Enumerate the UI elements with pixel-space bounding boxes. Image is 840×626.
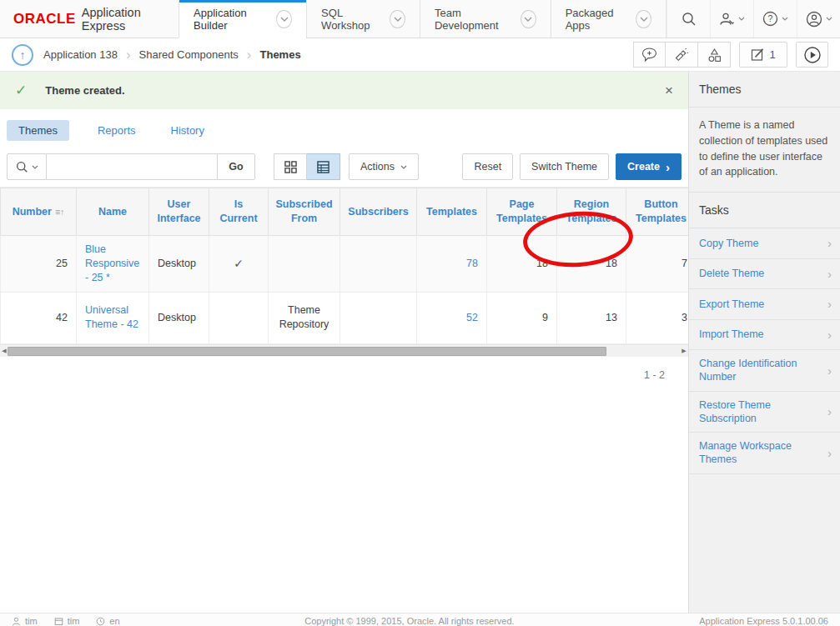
tab-reports[interactable]: Reports xyxy=(91,120,143,141)
toolbar-right-buttons: Reset Switch Theme Create › xyxy=(462,153,682,180)
column-header-page-templates[interactable]: Page Templates xyxy=(487,188,557,236)
edit-pencil-icon xyxy=(751,48,765,62)
search-icon xyxy=(16,161,28,173)
task-delete-theme[interactable]: Delete Theme › xyxy=(689,259,840,290)
help-menu-button[interactable]: ? xyxy=(753,0,797,38)
task-change-identification-number[interactable]: Change Identification Number › xyxy=(689,350,840,392)
templates-count-link[interactable]: 78 xyxy=(466,258,478,269)
chevron-down-icon xyxy=(826,17,832,21)
breadcrumb-separator-icon: › xyxy=(247,47,252,63)
column-header-subscribers[interactable]: Subscribers xyxy=(340,188,417,236)
sidebar-about-title: Themes xyxy=(689,72,840,108)
task-label: Change Identification Number xyxy=(699,357,821,384)
task-label: Import Theme xyxy=(699,328,764,341)
task-copy-theme[interactable]: Copy Theme › xyxy=(689,228,840,259)
nav-tab-application-builder[interactable]: Application Builder xyxy=(179,0,306,38)
help-icon: ? xyxy=(762,11,778,27)
breadcrumb-themes: Themes xyxy=(260,48,301,61)
cell-is-current: ✓ xyxy=(209,236,269,293)
run-application-button[interactable] xyxy=(796,42,828,68)
administration-menu-button[interactable] xyxy=(710,0,753,38)
nav-tab-label: Application Builder xyxy=(194,7,269,32)
task-export-theme[interactable]: Export Theme › xyxy=(689,289,840,320)
footer-workspace: tim xyxy=(54,616,80,626)
theme-name-link[interactable]: Blue Responsive - 25 * xyxy=(85,243,139,283)
region-display-tabs: Themes Reports History xyxy=(0,109,688,148)
task-restore-theme-subscription[interactable]: Restore Theme Subscription › xyxy=(689,392,840,433)
theme-name-link[interactable]: Universal Theme - 42 xyxy=(85,304,138,330)
feedback-button[interactable] xyxy=(633,42,666,68)
chevron-down-icon xyxy=(390,10,405,28)
oracle-logo: ORACLE xyxy=(13,11,76,28)
success-message: Theme created. xyxy=(45,84,124,97)
templates-count-link[interactable]: 52 xyxy=(466,312,478,323)
column-header-button-templates[interactable]: Button Templates xyxy=(626,188,689,236)
global-search-button[interactable] xyxy=(666,0,710,38)
spotlight-button[interactable] xyxy=(666,42,698,68)
breadcrumb-shared-components[interactable]: Shared Components xyxy=(139,48,239,61)
column-header-name[interactable]: Name xyxy=(77,188,149,236)
column-header-subscribed-from[interactable]: Subscribed From xyxy=(269,188,340,236)
sidebar-tasks-title: Tasks xyxy=(689,193,840,228)
app-logo: ORACLE Application Express xyxy=(0,0,179,38)
cell-button-templates: 7 xyxy=(626,236,689,293)
chevron-down-icon xyxy=(400,165,407,169)
chevron-down-icon xyxy=(32,165,38,169)
shared-components-button[interactable] xyxy=(698,42,731,68)
user-icon xyxy=(806,11,822,28)
task-label: Restore Theme Subscription xyxy=(699,398,821,426)
report-toolbar: Go Actions Reset Switch Theme Create › xyxy=(0,148,688,187)
nav-tab-label: SQL Workshop xyxy=(321,7,382,32)
up-level-icon[interactable]: ↑ xyxy=(12,44,33,66)
tab-themes[interactable]: Themes xyxy=(7,120,69,141)
go-button[interactable]: Go xyxy=(218,153,255,180)
table-row: 42 Universal Theme - 42 Desktop Theme Re… xyxy=(1,292,689,343)
nav-tab-sql-workshop[interactable]: SQL Workshop xyxy=(306,0,420,38)
search-column-selector[interactable] xyxy=(7,153,47,180)
task-label: Manage Workspace Themes xyxy=(699,439,821,467)
chevron-right-icon: › xyxy=(827,296,832,313)
footer-copyright: Copyright © 1999, 2015, Oracle. All righ… xyxy=(304,616,514,626)
column-header-templates[interactable]: Templates xyxy=(417,188,487,236)
play-icon xyxy=(803,46,822,64)
cell-number: 25 xyxy=(1,236,77,293)
feedback-bubble-icon xyxy=(641,48,657,62)
reset-button[interactable]: Reset xyxy=(462,153,513,180)
chevron-right-icon: › xyxy=(827,266,832,283)
breadcrumb-separator-icon: › xyxy=(126,47,131,63)
user-menu-button[interactable] xyxy=(797,0,840,38)
nav-tab-label: Team Development xyxy=(435,7,513,32)
close-icon[interactable]: × xyxy=(665,83,673,98)
cell-region-templates: 13 xyxy=(557,292,626,343)
column-header-user-interface[interactable]: User Interface xyxy=(149,188,209,236)
scrollbar-thumb[interactable] xyxy=(8,347,606,356)
cell-button-templates: 3 xyxy=(626,292,689,343)
edit-page-button[interactable]: 1 xyxy=(739,42,787,68)
nav-tab-packaged-apps[interactable]: Packaged Apps xyxy=(551,0,666,38)
create-button[interactable]: Create › xyxy=(616,153,682,180)
shapes-icon xyxy=(707,48,722,63)
breadcrumb-application[interactable]: Application 138 xyxy=(43,48,118,61)
tab-history[interactable]: History xyxy=(164,120,211,141)
column-header-region-templates[interactable]: Region Templates xyxy=(557,188,626,236)
search-input[interactable] xyxy=(47,153,218,180)
actions-menu-button[interactable]: Actions xyxy=(349,153,419,180)
icon-view-toggle[interactable] xyxy=(274,153,307,180)
workspace-box-icon xyxy=(54,617,63,626)
themes-table: Number≡↑ Name User Interface Is Current … xyxy=(0,188,688,344)
report-view-toggle[interactable] xyxy=(307,153,340,180)
chevron-down-icon xyxy=(782,17,788,21)
task-manage-workspace-themes[interactable]: Manage Workspace Themes › xyxy=(689,433,840,474)
horizontal-scrollbar[interactable]: ◀ ▶ xyxy=(0,344,688,357)
cell-name: Blue Responsive - 25 * xyxy=(77,236,149,293)
nav-tab-team-development[interactable]: Team Development xyxy=(420,0,551,38)
column-header-is-current[interactable]: Is Current xyxy=(209,188,269,236)
scroll-right-icon[interactable]: ▶ xyxy=(680,345,688,358)
task-import-theme[interactable]: Import Theme › xyxy=(689,320,840,351)
cell-name: Universal Theme - 42 xyxy=(77,292,149,343)
switch-theme-button[interactable]: Switch Theme xyxy=(520,153,609,180)
cell-is-current xyxy=(209,292,269,343)
column-header-number[interactable]: Number≡↑ xyxy=(1,188,77,236)
cell-subscribers xyxy=(340,292,417,343)
footer-user: tim xyxy=(12,616,38,626)
